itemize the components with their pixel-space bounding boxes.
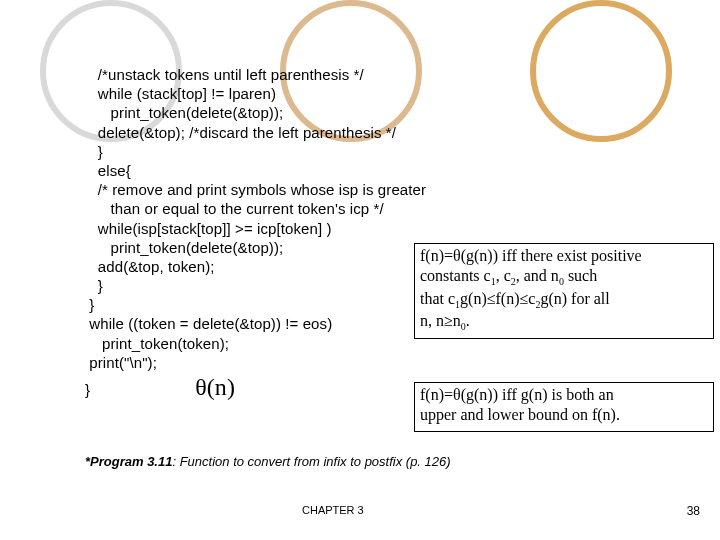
t: f(n)= xyxy=(420,386,453,403)
t: f(n) xyxy=(496,290,520,307)
t: , c xyxy=(496,267,511,284)
theta-symbol: θ xyxy=(453,386,461,403)
code-line: } xyxy=(85,381,90,398)
code-line: else{ xyxy=(85,161,705,180)
le-symbol: ≤ xyxy=(520,290,529,307)
definition-box-1: f(n)=θ(g(n)) iff there exist positive co… xyxy=(414,243,714,339)
code-line: /*unstack tokens until left parenthesis … xyxy=(85,65,705,84)
t: f(n)= xyxy=(420,247,453,264)
t: such xyxy=(564,267,597,284)
t: . xyxy=(466,312,470,329)
footer-chapter: CHAPTER 3 xyxy=(302,504,364,516)
code-block: /*unstack tokens until left parenthesis … xyxy=(85,65,705,403)
footer-page: 38 xyxy=(687,504,700,518)
t: n, n xyxy=(420,312,444,329)
t: , and n xyxy=(516,267,559,284)
t: (g(n)) iff there exist positive xyxy=(461,247,642,264)
code-line: print_token(delete(&top)); xyxy=(85,103,705,122)
caption-rest: : Function to convert from infix to post… xyxy=(172,454,450,469)
ge-symbol: ≥ xyxy=(444,312,453,329)
code-line: delete(&top); /*discard the left parenth… xyxy=(85,123,705,142)
theta-symbol: θ xyxy=(453,247,461,264)
t: n xyxy=(453,312,461,329)
code-line: /* remove and print symbols whose isp is… xyxy=(85,180,705,199)
code-line: while (stack[top] != lparen) xyxy=(85,84,705,103)
code-line: while(isp[stack[top]] >= icp[token] ) xyxy=(85,219,705,238)
caption: *Program 3.11: Function to convert from … xyxy=(85,454,451,469)
code-line: print("\n"); xyxy=(85,353,705,372)
t: g(n) for all xyxy=(540,290,609,307)
theta-inline: θ(n) xyxy=(195,374,235,400)
t: g(n) xyxy=(460,290,487,307)
code-line: } xyxy=(85,142,705,161)
t: constants c xyxy=(420,267,491,284)
t: (g(n)) iff g(n) is both an xyxy=(461,386,614,403)
le-symbol: ≤ xyxy=(487,290,496,307)
t: that c xyxy=(420,290,455,307)
definition-box-2: f(n)=θ(g(n)) iff g(n) is both an upper a… xyxy=(414,382,714,432)
code-line: than or equal to the current token's icp… xyxy=(85,199,705,218)
t: upper and lower bound on f(n). xyxy=(420,406,620,423)
caption-bold: *Program 3.11 xyxy=(85,454,172,469)
